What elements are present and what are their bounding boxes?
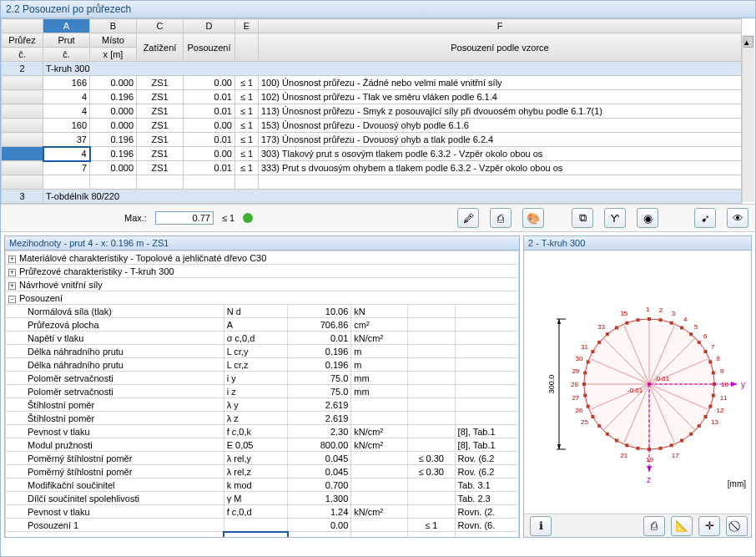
info-icon[interactable]: ℹ [530, 516, 552, 536]
cell-x[interactable]: 0.196 [90, 133, 137, 147]
btn-eye[interactable]: 👁 [727, 208, 748, 228]
detail-row[interactable]: Poloměr setrvačnostii z75.0mm [6, 385, 519, 398]
cell-x[interactable]: 0.000 [90, 104, 137, 119]
row-head[interactable] [2, 90, 43, 104]
cell-le[interactable]: ≤ 1 [235, 104, 259, 119]
btn-3[interactable]: 🎨 [522, 208, 544, 228]
cell-zat[interactable]: ZS1 [137, 119, 184, 133]
col-D[interactable]: D [184, 19, 235, 33]
values-icon[interactable]: ⃠ [726, 516, 748, 536]
detail-row[interactable]: Délka náhradního prutuL cr,z0.196m [6, 358, 519, 372]
detail-row[interactable]: Štíhlostní poměrλ z2.619 [6, 412, 519, 425]
cell-zat[interactable]: ZS1 [137, 133, 184, 147]
cell-le[interactable]: ≤ 1 [235, 90, 259, 104]
cell-pos[interactable]: 0.01 [184, 161, 235, 175]
btn-y[interactable]: Ƴ [604, 208, 626, 228]
btn-pick[interactable]: ➹ [694, 208, 716, 228]
table-row[interactable]: 370.196ZS10.01≤ 1173) Únosnost průřezu -… [2, 133, 742, 147]
table-row[interactable]: 40.000ZS10.01≤ 1113) Únosnost průřezu - … [2, 104, 742, 119]
tree-node[interactable]: +Návrhové vnitřní síly [6, 278, 519, 291]
detail-row[interactable]: Dílčí součinitel spolehlivostiγ M1.300Ta… [6, 492, 519, 505]
detail-row[interactable]: Posouzení 10.00≤ 1Rovn. (6. [6, 519, 519, 532]
cell-pos[interactable]: 0.01 [184, 133, 235, 147]
group-row-head[interactable]: 3 [2, 190, 43, 204]
cell-x[interactable]: 0.000 [90, 161, 137, 175]
tree-toggle-icon[interactable]: + [8, 256, 16, 263]
cell-desc[interactable]: 102) Únosnost průřezu - Tlak ve směru vl… [259, 90, 742, 104]
cell-desc[interactable]: 113) Únosnost průřezu - Smyk z posouvají… [259, 104, 742, 119]
detail-table[interactable]: +Materiálové charakteristiky - Topolové … [5, 251, 519, 537]
detail-row[interactable]: Délka náhradního prutuL cr,y0.196m [6, 345, 519, 358]
cell-pos[interactable]: 0.00 [184, 119, 235, 133]
cell-prut[interactable]: 37 [43, 133, 90, 147]
detail-row[interactable]: Poměrný štíhlostní poměrλ rel,y0.045≤ 0.… [6, 452, 519, 465]
cell-pos[interactable]: 0.00 [184, 76, 235, 90]
cell-desc[interactable]: 100) Únosnost průřezu - Žádné nebo velmi… [259, 76, 742, 90]
col-C[interactable]: C [137, 19, 184, 33]
cell-prut[interactable]: 166 [43, 76, 90, 90]
cell-prut[interactable]: 4 [43, 147, 90, 161]
btn-color[interactable]: ◉ [637, 208, 658, 228]
detail-row[interactable]: Průřezová plochaA706.86cm² [6, 318, 519, 332]
max-input[interactable] [155, 211, 214, 225]
detail-row[interactable]: Pevnost v tlakuf c,0,d1.24kN/cm²Rovn. (2… [6, 505, 519, 519]
table-row[interactable]: 40.196ZS10.01≤ 1102) Únosnost průřezu - … [2, 90, 742, 104]
row-head[interactable] [2, 119, 43, 133]
cell-x[interactable]: 0.196 [90, 90, 137, 104]
cell-zat[interactable]: ZS1 [137, 76, 184, 90]
cell-prut[interactable]: 7 [43, 161, 90, 175]
tree-node[interactable]: -Posouzení [6, 291, 519, 305]
table-row[interactable]: 40.196ZS10.00≤ 1303) Tlakový prut s osov… [2, 147, 742, 161]
cell-le[interactable]: ≤ 1 [235, 133, 259, 147]
results-table[interactable]: A B C D E F Průřez Prut Místo Zatížení P… [1, 18, 742, 204]
btn-1[interactable]: 🖉 [457, 208, 479, 228]
cell-pos[interactable]: 0.01 [184, 90, 235, 104]
group-row-head[interactable]: 2 [2, 62, 43, 76]
section-diagram[interactable]: y z -0.01 -0.01 300.0 [524, 251, 751, 514]
col-F[interactable]: F [259, 19, 742, 33]
row-head[interactable] [2, 147, 43, 161]
cell-zat[interactable]: ZS1 [137, 147, 184, 161]
table-row[interactable]: 1660.000ZS10.00≤ 1100) Únosnost průřezu … [2, 76, 742, 90]
cell-desc[interactable]: 333) Prut s dvouosým ohybem a tlakem pod… [259, 161, 742, 175]
cell-x[interactable]: 0.196 [90, 147, 137, 161]
tree-node[interactable]: +Materiálové charakteristiky - Topolové … [6, 251, 519, 265]
tree-toggle-icon[interactable]: - [8, 296, 16, 303]
btn-filter[interactable]: ⧉ [572, 208, 593, 228]
cell-le[interactable]: ≤ 1 [235, 76, 259, 90]
cell-le[interactable]: ≤ 1 [235, 119, 259, 133]
cell-desc[interactable]: 173) Únosnost průřezu - Dvouosý ohyb a t… [259, 133, 742, 147]
table-row[interactable]: 1600.000ZS10.00≤ 1153) Únosnost průřezu … [2, 119, 742, 133]
detail-row[interactable]: Poměrný štíhlostní poměrλ rel,z0.045≤ 0.… [6, 465, 519, 479]
detail-row[interactable]: Napětí v tlakuσ c,0,d0.01kN/cm² [6, 332, 519, 345]
col-E[interactable]: E [235, 19, 259, 33]
cell-prut[interactable]: 4 [43, 104, 90, 119]
detail-row[interactable]: Modifikační součinitelk mod0.700Tab. 3.1 [6, 479, 519, 492]
cell-zat[interactable]: ZS1 [137, 104, 184, 119]
scroll-up-icon[interactable]: ▴ [743, 36, 753, 48]
vscroll[interactable]: ▴ [742, 35, 754, 202]
row-head[interactable] [2, 104, 43, 119]
tree-toggle-icon[interactable]: + [8, 282, 16, 290]
ruler-icon[interactable]: 📐 [671, 516, 693, 536]
detail-row[interactable]: Normálová síla (tlak)N d10.06kN [6, 305, 519, 318]
col-B[interactable]: B [90, 19, 137, 33]
table-row[interactable]: 70.000ZS10.01≤ 1333) Prut s dvouosým ohy… [2, 161, 742, 175]
btn-2[interactable]: ⎙ [490, 208, 512, 228]
cell-zat[interactable]: ZS1 [137, 161, 184, 175]
print-icon[interactable]: ⎙ [643, 516, 665, 536]
detail-row[interactable]: Modul pružnostiE 0,05800.00kN/cm²[8], Ta… [6, 438, 519, 452]
cell-zat[interactable]: ZS1 [137, 90, 184, 104]
detail-row[interactable]: Štíhlostní poměrλ y2.619 [6, 398, 519, 412]
group-title[interactable]: T-kruh 300 [43, 62, 742, 76]
axes-icon[interactable]: ✛ [698, 516, 720, 536]
cell-x[interactable]: 0.000 [90, 76, 137, 90]
cell-le[interactable]: ≤ 1 [235, 147, 259, 161]
detail-row[interactable]: Poloměr setrvačnostii y75.0mm [6, 372, 519, 385]
row-head[interactable] [2, 133, 43, 147]
cell-pos[interactable]: 0.00 [184, 147, 235, 161]
col-A[interactable]: A [43, 19, 90, 33]
detail-row[interactable]: Pevnost v tlakuf c,0,k2.30kN/cm²[8], Tab… [6, 425, 519, 438]
cell-desc[interactable]: 303) Tlakový prut s osovým tlakem podle … [259, 147, 742, 161]
cell-x[interactable]: 0.000 [90, 119, 137, 133]
